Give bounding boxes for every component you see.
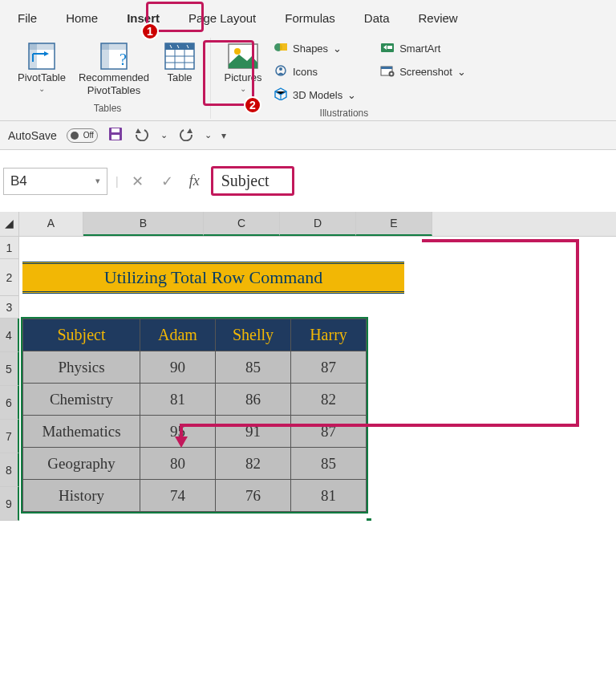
smartart-button[interactable]: SmartArt <box>375 39 445 58</box>
recommended-pivottables-button[interactable]: ? Recommended PivotTables <box>72 38 156 99</box>
col-header-b[interactable]: B <box>83 212 204 236</box>
table-row[interactable]: Mathematics959187 <box>23 416 367 448</box>
table-row[interactable]: Physics908587 <box>23 351 367 384</box>
screenshot-button[interactable]: Screenshot ⌄ <box>375 63 471 81</box>
pivottable-label: PivotTable <box>18 71 66 84</box>
cell-value[interactable]: 76 <box>216 480 291 512</box>
tab-insert[interactable]: Insert <box>112 5 174 31</box>
cell-subject[interactable]: Geography <box>23 448 140 480</box>
data-table[interactable]: Subject Adam Shelly Harry Physics908587C… <box>22 319 367 512</box>
title-banner: Utilizing Total Row Command <box>22 262 404 294</box>
table-row[interactable]: Geography808285 <box>23 448 367 480</box>
cell-value[interactable]: 74 <box>140 480 216 512</box>
ribbon-group-tables-label: Tables <box>94 99 122 114</box>
tab-home[interactable]: Home <box>51 5 112 31</box>
table-button[interactable]: Table <box>156 38 204 87</box>
accept-formula-button[interactable]: ✓ <box>156 173 178 190</box>
3d-models-button[interactable]: 3D Models ⌄ <box>269 86 361 104</box>
table-row[interactable]: History747681 <box>23 480 367 512</box>
formula-bar: B4 ▾ | ✕ ✓ fx Subject <box>0 150 616 212</box>
chevron-down-icon: ⌄ <box>457 66 466 78</box>
tab-file[interactable]: File <box>3 5 51 31</box>
customize-qat-button[interactable]: ▾ <box>221 130 226 141</box>
row-header-3[interactable]: 3 <box>0 296 19 319</box>
cell-value[interactable]: 86 <box>216 384 291 416</box>
name-box[interactable]: B4 ▾ <box>3 168 107 195</box>
cell-subject[interactable]: Chemistry <box>23 384 140 416</box>
column-headers: ◢ A B C D E <box>0 212 616 237</box>
spreadsheet: ◢ A B C D E 1 2 3 4 5 6 7 8 9 Utilizing … <box>0 212 616 521</box>
cell-value[interactable]: 91 <box>216 416 291 448</box>
shapes-icon <box>274 41 288 56</box>
select-all-triangle[interactable]: ◢ <box>0 212 19 236</box>
autosave-toggle[interactable]: Off <box>67 128 98 143</box>
row-header-9[interactable]: 9 <box>0 487 19 521</box>
row-header-6[interactable]: 6 <box>0 386 19 420</box>
cell-value[interactable]: 82 <box>216 448 291 480</box>
row-header-2[interactable]: 2 <box>0 259 19 296</box>
selection-handle[interactable] <box>366 518 372 521</box>
col-header-d[interactable]: D <box>280 212 356 236</box>
formula-content[interactable]: Subject <box>211 166 294 196</box>
tab-page-layout[interactable]: Page Layout <box>174 5 270 31</box>
cell-reference: B4 <box>10 173 27 189</box>
row-header-4[interactable]: 4 <box>0 319 19 352</box>
fx-icon[interactable]: fx <box>186 173 203 189</box>
undo-button[interactable] <box>133 127 151 144</box>
cell-subject[interactable]: Physics <box>23 351 140 384</box>
pivottable-icon <box>28 41 55 71</box>
col-shelly[interactable]: Shelly <box>216 319 291 351</box>
cell-value[interactable]: 81 <box>291 480 367 512</box>
row-header-8[interactable]: 8 <box>0 453 19 487</box>
col-header-c[interactable]: C <box>204 212 280 236</box>
tab-review[interactable]: Review <box>404 5 472 31</box>
toggle-dot-icon <box>71 132 79 140</box>
cell-value[interactable]: 90 <box>140 351 216 384</box>
ribbon-group-tables: PivotTable ⌄ ? Recommended PivotTables T… <box>5 38 211 119</box>
table-label: Table <box>167 71 192 84</box>
cell-value[interactable]: 80 <box>140 448 216 480</box>
cell-value[interactable]: 82 <box>291 384 367 416</box>
col-header-e[interactable]: E <box>356 212 432 236</box>
cell-subject[interactable]: History <box>23 480 140 512</box>
col-header-a[interactable]: A <box>19 212 83 236</box>
screenshot-label: Screenshot <box>399 66 452 78</box>
row-header-7[interactable]: 7 <box>0 420 19 453</box>
tab-data[interactable]: Data <box>350 5 404 31</box>
col-adam[interactable]: Adam <box>140 319 216 351</box>
shapes-label: Shapes <box>293 43 328 55</box>
svg-rect-16 <box>280 43 287 51</box>
cell-value[interactable]: 85 <box>216 351 291 384</box>
pictures-button[interactable]: Pictures ⌄ <box>217 38 269 97</box>
svg-rect-27 <box>111 135 120 140</box>
svg-text:?: ? <box>120 51 127 68</box>
chevron-down-icon[interactable]: ⌄ <box>205 130 212 140</box>
pivottable-button[interactable]: PivotTable ⌄ <box>11 38 72 97</box>
cell-value[interactable]: 87 <box>291 416 367 448</box>
svg-point-14 <box>234 48 241 55</box>
chevron-down-icon: ⌄ <box>333 43 342 55</box>
shapes-button[interactable]: Shapes ⌄ <box>269 39 346 58</box>
pictures-label: Pictures <box>225 71 262 84</box>
cell-value[interactable]: 85 <box>291 448 367 480</box>
row-header-1[interactable]: 1 <box>0 237 19 259</box>
chevron-down-icon[interactable]: ⌄ <box>160 130 168 140</box>
smartart-icon <box>380 41 395 56</box>
cancel-formula-button[interactable]: ✕ <box>127 173 148 190</box>
redo-button[interactable] <box>177 127 195 144</box>
cell-value[interactable]: 87 <box>291 351 367 384</box>
save-button[interactable] <box>107 126 124 144</box>
tab-formulas[interactable]: Formulas <box>270 5 350 31</box>
pictures-icon <box>228 41 258 71</box>
row-header-5[interactable]: 5 <box>0 352 19 386</box>
icons-button[interactable]: Icons <box>269 63 322 81</box>
table-row[interactable]: Chemistry818682 <box>23 384 367 416</box>
col-harry[interactable]: Harry <box>291 319 367 351</box>
table-icon <box>164 41 195 71</box>
ribbon-tabs: File Home Insert Page Layout Formulas Da… <box>0 0 616 31</box>
svg-point-24 <box>391 73 393 75</box>
cell-value[interactable]: 81 <box>140 384 216 416</box>
col-subject[interactable]: Subject <box>23 319 140 351</box>
cell-value[interactable]: 95 <box>140 416 216 448</box>
cell-subject[interactable]: Mathematics <box>23 416 140 448</box>
